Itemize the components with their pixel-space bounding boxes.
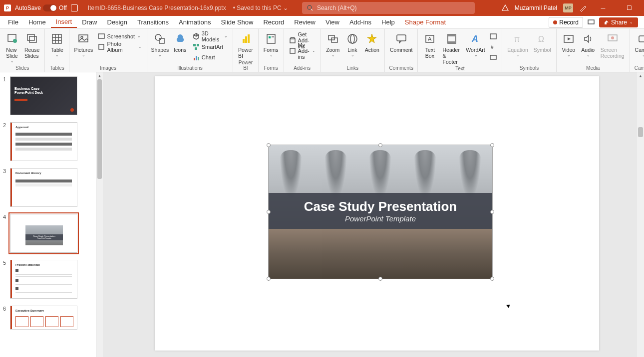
resize-handle[interactable]	[267, 210, 271, 214]
save-icon[interactable]	[71, 4, 78, 11]
powerbi-button[interactable]: Power BI	[236, 30, 255, 59]
record-button[interactable]: Record	[549, 17, 583, 28]
thumb-row[interactable]: 1 Business Case PowerPoint Deck	[3, 76, 96, 115]
selected-image[interactable]: Case Study Presentation PowerPoint Templ…	[269, 145, 492, 279]
resize-handle[interactable]	[378, 277, 382, 281]
audio-icon	[582, 33, 594, 45]
menu-transitions[interactable]: Transitions	[132, 17, 174, 27]
pictures-button[interactable]: Pictures⌄	[72, 30, 94, 57]
resize-handle[interactable]	[378, 143, 382, 147]
thumb-row[interactable]: 6 Executive Summary	[3, 306, 96, 330]
scroll-thumb[interactable]	[97, 79, 102, 179]
shapes-icon	[154, 33, 166, 45]
saved-status[interactable]: • Saved to this PC ⌄	[233, 4, 288, 11]
resize-handle[interactable]	[490, 210, 494, 214]
table-icon	[51, 33, 63, 45]
link-icon	[346, 33, 358, 45]
hash-icon: #	[490, 43, 497, 50]
slidenum-button[interactable]: #	[488, 41, 499, 52]
maximize-button[interactable]: ☐	[619, 0, 639, 16]
new-slide-button[interactable]: New Slide⌄	[3, 30, 21, 63]
slide-thumb-3[interactable]: Document History	[10, 168, 77, 207]
menu-draw[interactable]: Draw	[77, 17, 102, 27]
slide-thumb-5[interactable]: Project Rationale	[10, 260, 77, 299]
menu-review[interactable]: Review	[289, 17, 321, 27]
user-avatar[interactable]: MP	[563, 3, 573, 12]
scroll-up-icon[interactable]: ▲	[96, 72, 103, 79]
date-button[interactable]	[488, 31, 499, 41]
menu-home[interactable]: Home	[23, 17, 51, 27]
svg-rect-22	[196, 56, 197, 60]
mouse-cursor-icon	[506, 303, 511, 308]
slide-thumb-4[interactable]: Case Study PresentationPowerPoint Templa…	[10, 214, 77, 253]
slide-canvas[interactable]: Case Study Presentation PowerPoint Templ…	[155, 76, 599, 351]
thumbs-scrollbar[interactable]: ▲	[96, 72, 103, 357]
file-name[interactable]: ItemID-6658-Business Case Presentation-1…	[88, 4, 226, 11]
menu-animations[interactable]: Animations	[174, 17, 216, 27]
menu-addins[interactable]: Add-ins	[344, 17, 376, 27]
header-footer-button[interactable]: Header & Footer	[440, 30, 463, 65]
slide-thumb-6[interactable]: Executive Summary	[10, 306, 77, 330]
thumb-row[interactable]: 4 Case Study PresentationPowerPoint Temp…	[3, 214, 96, 253]
object-button[interactable]	[488, 52, 499, 62]
comment-button[interactable]: Comment	[388, 30, 415, 53]
slide-thumbnails-panel[interactable]: 1 Business Case PowerPoint Deck 2 Approv…	[0, 72, 96, 357]
action-button[interactable]: Action	[363, 30, 381, 53]
icons-button[interactable]: Icons	[171, 30, 189, 53]
menu-slideshow[interactable]: Slide Show	[216, 17, 258, 27]
screenshot-button[interactable]: Screenshot⌄	[96, 31, 144, 41]
reuse-slides-button[interactable]: Reuse Slides	[22, 30, 41, 59]
menu-help[interactable]: Help	[376, 17, 400, 27]
search-input[interactable]: Search (Alt+Q)	[302, 2, 475, 14]
menu-insert[interactable]: Insert	[51, 16, 77, 28]
scroll-thumb[interactable]	[638, 127, 643, 137]
smartart-button[interactable]: SmartArt	[191, 41, 230, 52]
minimize-button[interactable]: ─	[593, 0, 613, 16]
cameo-icon	[638, 33, 644, 45]
slide-thumb-1[interactable]: Business Case PowerPoint Deck	[10, 76, 77, 115]
share-button[interactable]: Share⌄	[599, 17, 638, 27]
link-button[interactable]: Link⌄	[343, 30, 361, 57]
resize-handle[interactable]	[490, 143, 494, 147]
shapes-button[interactable]: Shapes⌄	[150, 30, 170, 57]
thumb-row[interactable]: 2 Approval	[3, 122, 96, 161]
my-addins-button[interactable]: My Add-ins⌄	[287, 45, 318, 56]
wordart-button[interactable]: AWordArt⌄	[465, 30, 486, 57]
resize-handle[interactable]	[267, 277, 271, 281]
toggle-off-icon[interactable]	[43, 4, 57, 11]
powerpoint-logo-icon: P	[4, 4, 11, 11]
cameo-button[interactable]: Cameo⌄	[633, 30, 644, 57]
workspace: 1 Business Case PowerPoint Deck 2 Approv…	[0, 72, 644, 357]
table-button[interactable]: Table⌄	[48, 30, 66, 57]
thumb-row[interactable]: 5 Project Rationale	[3, 260, 96, 299]
menu-design[interactable]: Design	[102, 17, 132, 27]
menu-shape-format[interactable]: Shape Format	[400, 17, 451, 27]
chart-button[interactable]: Chart	[191, 52, 230, 62]
present-icon[interactable]	[587, 18, 595, 26]
slide-canvas-area[interactable]: Case Study Presentation PowerPoint Templ…	[103, 72, 644, 357]
date-icon	[490, 33, 497, 40]
audio-button[interactable]: Audio⌄	[579, 30, 597, 57]
menu-record[interactable]: Record	[258, 17, 289, 27]
svg-rect-25	[245, 36, 247, 43]
menu-view[interactable]: View	[321, 17, 344, 27]
slide-thumb-2[interactable]: Approval	[10, 122, 77, 161]
resize-handle[interactable]	[490, 277, 494, 281]
3d-models-button[interactable]: 3D Models⌄	[191, 31, 230, 41]
pen-icon[interactable]	[579, 4, 587, 12]
thumb-row[interactable]: 3 Document History	[3, 168, 96, 207]
autosave-toggle[interactable]: AutoSave Off	[15, 4, 67, 11]
svg-rect-7	[52, 34, 61, 43]
canvas-scrollbar[interactable]: ▲	[637, 72, 644, 357]
menu-file[interactable]: File	[3, 17, 23, 27]
video-button[interactable]: Video⌄	[560, 30, 578, 57]
tbl	[15, 143, 72, 146]
scroll-up-icon[interactable]: ▲	[637, 72, 644, 79]
zoom-button[interactable]: Zoom⌄	[324, 30, 342, 57]
user-name[interactable]: Muzammil Patel	[515, 4, 557, 11]
title-bar: P AutoSave Off ItemID-6658-Business Case…	[0, 0, 644, 16]
forms-button[interactable]: Forms⌄	[262, 30, 281, 57]
textbox-button[interactable]: AText Box	[421, 30, 439, 59]
resize-handle[interactable]	[267, 143, 271, 147]
photo-album-button[interactable]: Photo Album⌄	[96, 41, 144, 52]
